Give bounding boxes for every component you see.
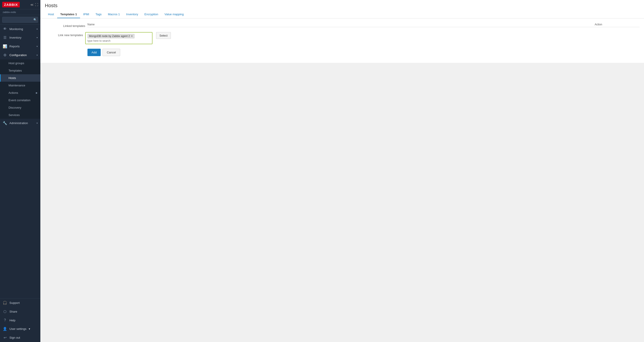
reports-icon: 📊: [3, 44, 7, 49]
configuration-label: Configuration: [10, 53, 34, 57]
user-icon: 👤: [3, 327, 7, 331]
support-label: Support: [10, 301, 20, 304]
administration-label: Administration: [10, 121, 34, 125]
sign-out-label: Sign out: [10, 336, 20, 339]
inventory-icon: ☰: [3, 36, 7, 40]
sidebar-item-event-correlation[interactable]: Event correlation: [0, 97, 40, 104]
monitoring-label: Monitoring: [10, 27, 34, 31]
tab-value-mapping[interactable]: Value mapping: [162, 11, 187, 18]
monitoring-arrow: ▾: [36, 28, 38, 30]
share-label: Share: [10, 310, 17, 313]
tab-bar: Host Templates 1 IPMI Tags Macros 1 Inve…: [45, 11, 640, 18]
monitoring-icon: 👁: [3, 27, 7, 31]
help-icon: ?: [3, 318, 7, 322]
sidebar-item-user-settings[interactable]: 👤 User settings ▾: [0, 324, 40, 333]
search-icon: 🔍: [34, 18, 37, 21]
template-input-area[interactable]: MongoDB node by Zabbix agent 2 ✕: [85, 32, 152, 44]
linked-templates-label: Linked templates: [45, 23, 85, 28]
configuration-submenu: Host groups Templates Hosts Maintenance …: [0, 60, 40, 119]
page-title-bar: Hosts Host Templates 1 IPMI Tags Macros …: [40, 0, 644, 19]
tab-inventory[interactable]: Inventory: [123, 11, 141, 18]
template-tags: MongoDB node by Zabbix agent 2 ✕: [88, 34, 150, 38]
action-header: Action: [595, 23, 640, 26]
expand-icon[interactable]: ⛶: [35, 3, 38, 7]
reports-label: Reports: [10, 45, 34, 48]
linked-templates-header: Name Action: [88, 23, 640, 27]
sidebar-item-administration[interactable]: 🔧 Administration ▾: [0, 119, 40, 127]
configuration-icon: ⚙: [3, 53, 7, 57]
content-area: Linked templates Name Action Link new te…: [40, 19, 644, 342]
form-actions: Add Cancel: [45, 49, 640, 56]
sidebar-item-configuration[interactable]: ⚙ Configuration ▾: [0, 51, 40, 60]
sidebar-search-area: 🔍: [0, 15, 40, 25]
link-new-label: Link new templates: [45, 32, 85, 37]
sidebar-instance: zabbix-redis: [0, 10, 40, 15]
template-tag-mongodb: MongoDB node by Zabbix agent 2 ✕: [88, 34, 134, 38]
reports-arrow: ▾: [36, 45, 38, 48]
collapse-icon[interactable]: ≪: [30, 3, 34, 7]
sidebar-bottom: 🎧 Support ⬡ Share ? Help 👤 User settings…: [0, 298, 40, 342]
sidebar-header: ZABBIX ≪ ⛶: [0, 0, 40, 10]
administration-arrow: ▾: [36, 122, 38, 124]
sidebar: ZABBIX ≪ ⛶ zabbix-redis 🔍 👁 Monitoring ▾…: [0, 0, 40, 342]
tab-macros[interactable]: Macros 1: [105, 11, 123, 18]
sidebar-search-input[interactable]: [2, 17, 38, 23]
sidebar-item-host-groups[interactable]: Host groups: [0, 60, 40, 67]
sidebar-item-monitoring[interactable]: 👁 Monitoring ▾: [0, 25, 40, 33]
user-settings-label: User settings: [10, 327, 26, 330]
sidebar-item-hosts[interactable]: Hosts: [0, 74, 40, 82]
template-search-input[interactable]: [88, 39, 150, 43]
sidebar-controls: ≪ ⛶: [30, 3, 38, 7]
sidebar-item-templates[interactable]: Templates: [0, 67, 40, 74]
inventory-label: Inventory: [10, 36, 34, 39]
page-title: Hosts: [45, 3, 640, 9]
tab-tags[interactable]: Tags: [92, 11, 105, 18]
support-icon: 🎧: [3, 301, 7, 305]
select-button[interactable]: Select: [156, 32, 171, 39]
sidebar-item-reports[interactable]: 📊 Reports ▾: [0, 42, 40, 51]
zabbix-logo[interactable]: ZABBIX: [2, 2, 20, 8]
main-nav: 👁 Monitoring ▾ ☰ Inventory ▾ 📊 Reports ▾…: [0, 25, 40, 127]
user-settings-arrow: ▾: [29, 327, 30, 330]
linked-templates-table: Name Action: [88, 23, 640, 29]
form-panel: Linked templates Name Action Link new te…: [40, 19, 644, 63]
template-tag-label: MongoDB node by Zabbix agent 2: [89, 35, 130, 38]
configuration-arrow: ▾: [36, 54, 38, 56]
sidebar-item-actions[interactable]: Actions ▶: [0, 89, 40, 97]
main-content: Hosts Host Templates 1 IPMI Tags Macros …: [40, 0, 644, 342]
name-header: Name: [88, 23, 595, 26]
cancel-button[interactable]: Cancel: [102, 49, 120, 56]
sidebar-item-maintenance[interactable]: Maintenance: [0, 82, 40, 89]
link-new-templates-row: Link new templates MongoDB node by Zabbi…: [45, 32, 640, 44]
linked-templates-row: Linked templates Name Action: [45, 23, 640, 29]
sidebar-item-services[interactable]: Services: [0, 111, 40, 119]
sidebar-item-discovery[interactable]: Discovery: [0, 104, 40, 111]
tab-templates[interactable]: Templates 1: [57, 11, 80, 18]
help-label: Help: [10, 319, 16, 322]
share-icon: ⬡: [3, 309, 7, 314]
actions-arrow: ▶: [36, 92, 38, 94]
administration-icon: 🔧: [3, 121, 7, 125]
sign-out-icon: ↩: [3, 335, 7, 340]
add-button[interactable]: Add: [88, 49, 101, 56]
sidebar-item-inventory[interactable]: ☰ Inventory ▾: [0, 33, 40, 42]
sidebar-item-support[interactable]: 🎧 Support: [0, 298, 40, 307]
tab-ipmi[interactable]: IPMI: [80, 11, 92, 18]
sidebar-item-help[interactable]: ? Help: [0, 316, 40, 324]
tab-encryption[interactable]: Encryption: [141, 11, 161, 18]
remove-template-tag[interactable]: ✕: [131, 35, 133, 38]
inventory-arrow: ▾: [36, 36, 38, 39]
sidebar-item-sign-out[interactable]: ↩ Sign out: [0, 333, 40, 342]
tab-host[interactable]: Host: [45, 11, 57, 18]
sidebar-item-share[interactable]: ⬡ Share: [0, 307, 40, 316]
template-input-row: MongoDB node by Zabbix agent 2 ✕ Select: [85, 32, 171, 44]
